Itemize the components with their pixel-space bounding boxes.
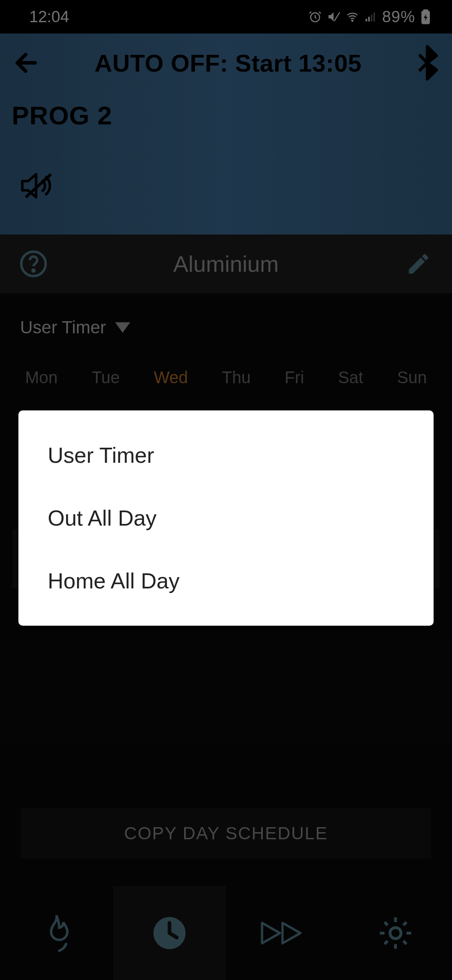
modal-option-user-timer[interactable]: User Timer <box>18 424 434 487</box>
modal-option-out-all-day[interactable]: Out All Day <box>18 487 434 549</box>
mode-picker-modal: User Timer Out All Day Home All Day <box>18 410 434 626</box>
modal-option-home-all-day[interactable]: Home All Day <box>18 549 434 612</box>
